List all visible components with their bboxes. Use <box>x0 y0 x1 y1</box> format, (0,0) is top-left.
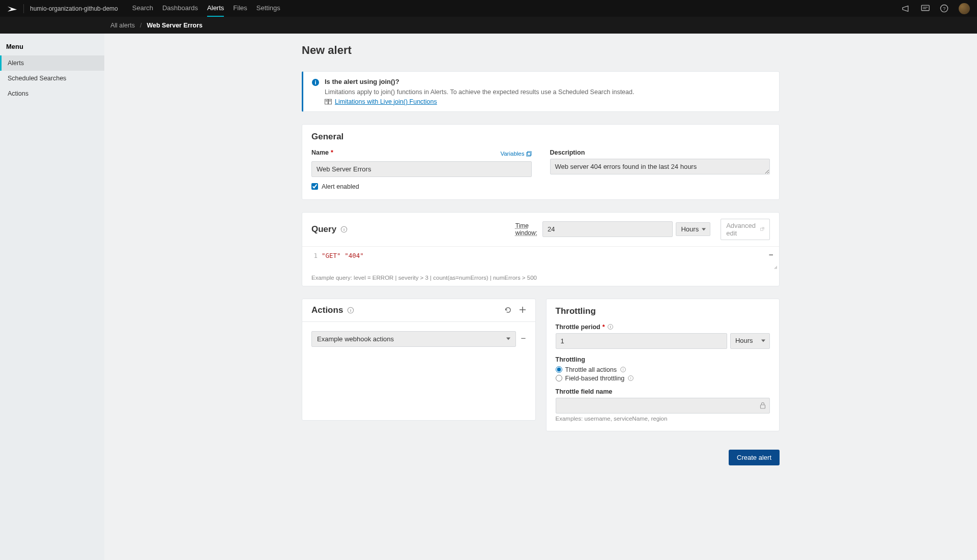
info-banner: i Is the alert using join()? Limitations… <box>302 71 780 112</box>
query-example: Example query: level = ERROR | severity … <box>302 272 779 286</box>
banner-text: Limitations apply to join() functions in… <box>325 87 634 97</box>
svg-text:i: i <box>343 227 344 232</box>
banner-link[interactable]: Limitations with Live join() Functions <box>335 98 437 105</box>
svg-text:i: i <box>314 79 316 85</box>
divider <box>23 4 24 13</box>
svg-rect-7 <box>325 99 328 104</box>
throttling-title: Throttling <box>556 306 770 316</box>
sidebar-heading: Menu <box>0 43 104 55</box>
nav-dashboards[interactable]: Dashboards <box>162 0 198 17</box>
doc-icon <box>325 99 332 105</box>
avatar[interactable] <box>959 3 970 14</box>
remove-action-icon[interactable]: − <box>521 334 526 344</box>
info-icon: i <box>311 78 320 105</box>
svg-text:i: i <box>623 368 624 372</box>
svg-text:?: ? <box>943 6 945 11</box>
throttle-all-info-icon[interactable]: i <box>620 366 626 373</box>
line-number: 1 <box>309 252 318 259</box>
throttle-all-label: Throttle all actions <box>565 366 617 373</box>
svg-rect-17 <box>761 228 763 231</box>
alert-enabled-checkbox[interactable] <box>311 183 318 190</box>
nav-alerts[interactable]: Alerts <box>207 0 224 17</box>
org-name[interactable]: humio-organization-github-demo <box>30 5 118 12</box>
query-title: Query <box>311 224 336 234</box>
create-alert-button[interactable]: Create alert <box>729 450 780 465</box>
refresh-icon[interactable] <box>504 306 512 314</box>
alert-enabled-label: Alert enabled <box>322 183 359 190</box>
throttling-card: Throttling Throttle period* i Hours Thro… <box>546 299 780 431</box>
logo[interactable] <box>7 4 17 14</box>
throttle-period-input[interactable] <box>556 333 727 349</box>
breadcrumb-current: Web Server Errors <box>147 22 203 29</box>
throttle-period-label: Throttle period <box>556 323 600 331</box>
sidebar-item-alerts[interactable]: Alerts <box>0 55 104 71</box>
description-input[interactable]: Web server 404 errors found in the last … <box>550 159 770 174</box>
variables-link[interactable]: Variables <box>500 151 531 157</box>
advanced-edit-button[interactable]: Advanced edit <box>721 219 770 240</box>
query-info-icon[interactable]: i <box>340 226 348 233</box>
required-marker: * <box>331 149 333 156</box>
query-editor[interactable]: 1"GET" "404" — ◢ <box>302 246 779 272</box>
field-throttling-radio[interactable] <box>556 375 562 381</box>
banner-heading: Is the alert using join()? <box>325 78 634 85</box>
breadcrumb-bar: All alerts / Web Server Errors <box>0 17 977 34</box>
actions-card: Actions i Example webhook actions <box>302 299 536 421</box>
time-window-label[interactable]: Time window: <box>515 222 537 237</box>
throttle-examples: Examples: username, serviceName, region <box>556 416 770 422</box>
action-select[interactable]: Example webhook actions <box>311 331 516 347</box>
nav-files[interactable]: Files <box>233 0 247 17</box>
page-title: New alert <box>302 44 780 57</box>
query-card: Query i Time window: Hours Advanced edit <box>302 212 780 286</box>
nav-settings[interactable]: Settings <box>256 0 280 17</box>
throttle-field-label: Throttle field name <box>556 388 770 395</box>
name-label: Name <box>311 149 329 156</box>
chat-icon[interactable] <box>921 5 930 13</box>
topbar: humio-organization-github-demo Search Da… <box>0 0 977 17</box>
time-unit-select[interactable]: Hours <box>676 222 710 236</box>
sidebar-item-actions[interactable]: Actions <box>0 86 104 101</box>
general-title: General <box>311 132 770 142</box>
collapse-icon[interactable]: — <box>769 251 773 258</box>
throttle-field-input <box>556 398 770 414</box>
sidebar-item-scheduled[interactable]: Scheduled Searches <box>0 71 104 86</box>
nav-search[interactable]: Search <box>132 0 153 17</box>
lock-icon <box>760 402 766 409</box>
add-icon[interactable] <box>519 306 526 314</box>
svg-rect-0 <box>922 5 929 10</box>
breadcrumb-parent[interactable]: All alerts <box>110 22 135 29</box>
topnav: Search Dashboards Alerts Files Settings <box>132 0 280 17</box>
throttle-period-info-icon[interactable]: i <box>607 323 614 330</box>
svg-text:i: i <box>610 326 611 329</box>
svg-rect-13 <box>526 153 530 156</box>
content: New alert i Is the alert using join()? L… <box>104 34 977 560</box>
description-label: Description <box>550 149 770 156</box>
throttle-all-radio[interactable] <box>556 366 562 373</box>
throttle-unit-select[interactable]: Hours <box>730 333 770 349</box>
field-throttling-label: Field-based throttling <box>565 375 625 382</box>
time-value-input[interactable] <box>542 221 673 237</box>
svg-rect-8 <box>328 99 331 104</box>
throttling-subheading: Throttling <box>556 356 770 363</box>
announce-icon[interactable] <box>902 5 911 13</box>
general-card: General Name* Variables <box>302 124 780 200</box>
svg-text:i: i <box>350 308 351 313</box>
svg-rect-14 <box>527 152 531 155</box>
sidebar: Menu Alerts Scheduled Searches Actions <box>0 34 104 560</box>
resize-handle[interactable]: ◢ <box>774 264 777 270</box>
actions-info-icon[interactable]: i <box>347 307 354 314</box>
top-icons: ? <box>902 3 970 14</box>
actions-title: Actions <box>311 305 343 315</box>
help-icon[interactable]: ? <box>940 4 949 13</box>
svg-rect-29 <box>761 405 765 408</box>
field-throttling-info-icon[interactable]: i <box>627 375 634 381</box>
name-input[interactable] <box>311 161 532 177</box>
svg-text:i: i <box>630 377 631 380</box>
breadcrumb-sep: / <box>140 22 141 29</box>
